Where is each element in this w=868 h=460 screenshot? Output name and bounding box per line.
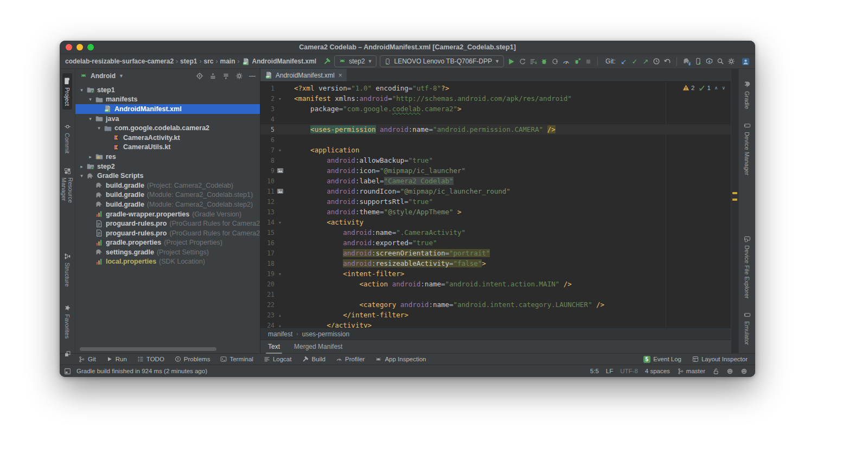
breadcrumb-file[interactable]: MFAndroidManifest.xml [242, 58, 317, 66]
fold-start-icon[interactable]: ▿ [275, 271, 285, 277]
xml-breadcrumb-item[interactable]: uses-permission [302, 330, 349, 338]
editor-body[interactable]: 1<?xml version="1.0" encoding="utf-8"?>2… [260, 82, 731, 328]
tool-window-button-logcat[interactable]: Logcat [264, 356, 292, 362]
debug-button[interactable] [540, 56, 548, 67]
line-ending[interactable]: LF [606, 368, 613, 374]
apply-changes-button[interactable] [519, 56, 526, 67]
search-everywhere-button[interactable] [717, 56, 724, 67]
tree-chevron-icon[interactable]: ▾ [86, 116, 94, 122]
file-encoding[interactable]: UTF-8 [620, 368, 638, 374]
code-line[interactable]: 2▿<manifest xmlns:android="http://schema… [260, 93, 731, 104]
warning-stripe-mark[interactable] [732, 199, 737, 201]
tool-stripe-project[interactable]: Project [62, 73, 72, 110]
code-line[interactable]: 20 <action android:name="android.intent.… [260, 279, 731, 289]
code-line[interactable]: 3 package="com.google.codelab.camera2"> [260, 104, 731, 114]
code-line[interactable]: 10 android:label="Camera2 Codelab" [260, 176, 731, 186]
tool-window-toggle-icon[interactable] [64, 368, 71, 375]
panel-options-button[interactable] [235, 72, 243, 80]
horizontal-scrollbar[interactable] [80, 347, 216, 351]
code-line[interactable]: 4 [260, 114, 731, 124]
tree-chevron-icon[interactable]: ▾ [78, 87, 86, 93]
code-line[interactable]: 19▿ <intent-filter> [260, 269, 731, 279]
settings-button[interactable] [727, 56, 735, 67]
tree-chevron-icon[interactable]: ▾ [86, 97, 94, 102]
xml-breadcrumb-item[interactable]: manifest [268, 330, 292, 338]
collapse-all-button[interactable] [222, 73, 229, 80]
warning-stripe-mark[interactable] [732, 192, 737, 194]
tool-window-button-run[interactable]: Run [106, 356, 127, 362]
tree-item[interactable]: ▾com.google.codelab.camera2 [75, 123, 260, 133]
fold-end-icon[interactable]: ▵ [275, 323, 285, 328]
tool-window-button-layout-inspector[interactable]: Layout Inspector [692, 356, 748, 362]
tool-stripe-commit[interactable]: Commit [63, 119, 72, 157]
code-line[interactable]: 1<?xml version="1.0" encoding="utf-8"?> [260, 83, 731, 93]
error-stripe[interactable] [731, 69, 738, 353]
code-line[interactable]: 12 android:supportsRtl="true" [260, 196, 731, 207]
tool-window-button-todo[interactable]: TODO [137, 356, 164, 362]
tool-window-button-terminal[interactable]: Terminal [220, 356, 253, 362]
tree-item[interactable]: local.properties(SDK Location) [75, 257, 260, 267]
attach-debugger-button[interactable] [551, 56, 559, 67]
code-line[interactable]: 24▵ </activity> [260, 320, 731, 328]
sdk-manager-button[interactable] [705, 56, 713, 67]
fold-start-icon[interactable]: ▿ [275, 148, 285, 153]
tool-stripe-favorites[interactable]: Favorites [63, 301, 72, 342]
code-line[interactable]: 21 [260, 289, 731, 299]
code-line[interactable]: 18 android:resizeableActivity="false"> [260, 258, 731, 269]
indent-setting[interactable]: 4 spaces [645, 368, 670, 374]
profile-avatar[interactable] [742, 56, 750, 67]
tool-stripe-emulator[interactable]: Emulator [743, 308, 752, 349]
fold-end-icon[interactable]: ▵ [275, 312, 285, 318]
tool-stripe-structure[interactable]: Structure [63, 249, 72, 291]
tree-item[interactable]: CameraActivity.kt [75, 133, 260, 143]
expand-all-button[interactable] [209, 73, 216, 80]
tree-item[interactable]: proguard-rules.pro(ProGuard Rules for Ca… [75, 219, 260, 228]
tree-item[interactable]: ▾manifests [75, 95, 260, 105]
git-commit-button[interactable]: ✓ [631, 56, 639, 67]
breadcrumb-item[interactable]: main [220, 58, 235, 65]
inspection-widget[interactable]: 2 1 ∧ ∨ [682, 84, 725, 91]
tool-window-button-build[interactable]: Build [302, 356, 326, 363]
zoom-window-button[interactable] [87, 44, 94, 50]
device-select[interactable]: LENOVO Lenovo TB-Q706F-DPP ▼ [380, 55, 503, 67]
lock-icon[interactable] [712, 368, 719, 375]
tree-chevron-icon[interactable]: ▾ [95, 125, 103, 131]
prev-problem-button[interactable]: ∧ [714, 85, 718, 91]
minimize-window-button[interactable] [76, 44, 83, 50]
image-preview-icon[interactable] [275, 188, 285, 195]
code-line[interactable]: 11 android:roundIcon="@mipmap/ic_launche… [260, 186, 731, 196]
editor-tab[interactable]: MF AndroidManifest.xml × [260, 69, 347, 81]
fold-start-icon[interactable]: ▿ [275, 220, 285, 225]
face-icon[interactable] [726, 368, 733, 375]
code-line[interactable]: 16 android:exported="true" [260, 238, 731, 248]
git-branch-widget[interactable]: master [677, 368, 705, 375]
code-line[interactable]: 13 android:theme="@style/AppTheme" > [260, 207, 731, 217]
face-icon[interactable] [741, 368, 748, 375]
breadcrumb-item[interactable]: codelab-resizable-surface-camera2 [65, 58, 174, 65]
image-preview-icon[interactable] [275, 167, 285, 174]
tree-item[interactable]: ▸step2 [75, 162, 260, 171]
tool-stripe-resource-manager[interactable]: Resource Manager [60, 164, 75, 207]
code-line[interactable]: 15 android:name=".CameraActivity" [260, 227, 731, 238]
breadcrumb-item[interactable]: step1 [180, 58, 197, 65]
code-line[interactable]: 8 android:allowBackup="true" [260, 155, 731, 165]
fold-start-icon[interactable]: ▿ [275, 96, 285, 101]
tool-window-button-event-log[interactable]: 5Event Log [643, 356, 681, 363]
tree-item[interactable]: build.gradle(Project: Camera2_Codelab) [75, 181, 260, 190]
code-line[interactable]: 22 <category android:name="android.inten… [260, 299, 731, 310]
tree-item[interactable]: ▾Gradle Scripts [75, 171, 260, 181]
code-line[interactable]: 9 android:icon="@mipmap/ic_launcher" [260, 165, 731, 176]
breadcrumb-item[interactable]: src [203, 58, 213, 65]
tree-item[interactable]: settings.gradle(Project Settings) [75, 247, 260, 257]
tree-item[interactable]: gradle.properties(Project Properties) [75, 238, 260, 248]
run-button[interactable] [507, 56, 515, 67]
git-push-button[interactable]: ↗ [642, 56, 649, 67]
close-icon[interactable]: × [339, 72, 342, 79]
next-problem-button[interactable]: ∨ [722, 85, 725, 91]
tree-chevron-icon[interactable]: ▸ [78, 164, 86, 169]
tree-item[interactable]: proguard-rules.pro(ProGuard Rules for Ca… [75, 228, 260, 238]
tool-stripe-device-file-explorer[interactable]: Device File Explorer [743, 232, 752, 302]
editor-view-tab-merged-manifest[interactable]: Merged Manifest [294, 343, 342, 350]
tool-window-button-problems[interactable]: Problems [175, 356, 210, 362]
title-bar[interactable]: Camera2 Codelab – AndroidManifest.xml [C… [60, 41, 755, 54]
